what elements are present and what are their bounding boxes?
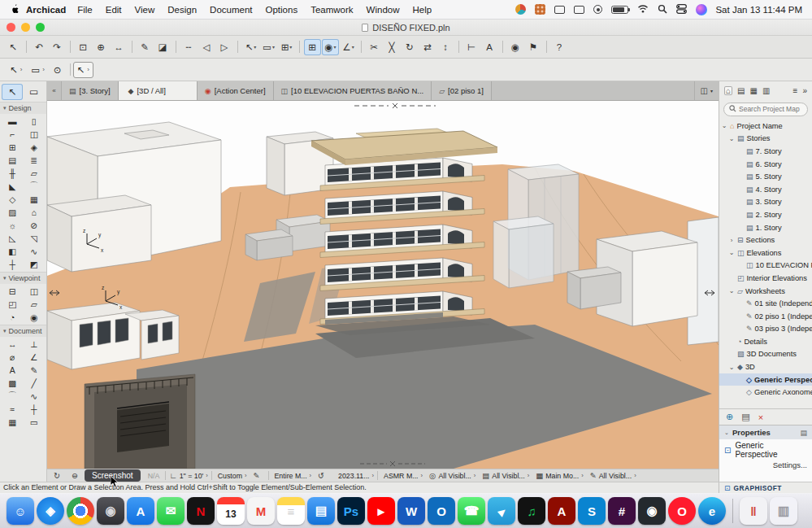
elevate-button[interactable]: ↕	[437, 39, 454, 55]
worksheets[interactable]: ⌄ ▱ Worksheets	[719, 285, 812, 298]
markup-flag-button[interactable]: ⚑	[525, 39, 542, 55]
radial-dimension-tool[interactable]: ⌀	[2, 351, 23, 364]
undo-button[interactable]: ↶	[31, 39, 48, 55]
pointer-preset-button[interactable]: ↖›	[73, 62, 93, 78]
refresh-view[interactable]: ↻	[50, 471, 68, 480]
screenshot[interactable]: ◉	[97, 497, 124, 525]
dashed-line-button[interactable]: ╌	[180, 39, 198, 55]
tab-action-center[interactable]: ◉ [Action Center]	[198, 81, 274, 100]
marquee-mode-button[interactable]: ▭›	[28, 62, 48, 78]
arrow-tool[interactable]: ↖	[2, 84, 23, 100]
sections[interactable]: › ⊟ Sections	[719, 233, 812, 247]
morph-tool[interactable]: ◇	[2, 193, 23, 206]
pen-indicator[interactable]: ✎	[250, 471, 268, 480]
tab-3-story[interactable]: ▤ [3. Story]	[62, 81, 119, 100]
slack[interactable]: #	[608, 497, 636, 525]
text-tool[interactable]: A	[2, 364, 23, 377]
renovation-date[interactable]: 2023.11...›	[332, 472, 377, 480]
line-tool[interactable]: ╱	[24, 377, 45, 390]
story-4[interactable]: ▤ 4. Story	[719, 183, 812, 196]
navigator-menu-icon[interactable]: ≡	[793, 86, 798, 95]
menu-item[interactable]: Help	[406, 5, 438, 15]
mirror-button[interactable]: ⇄	[419, 39, 436, 55]
tree-expand-arrow[interactable]: ⌄	[728, 249, 735, 256]
add-viewpoint-button[interactable]: ⊕	[726, 412, 733, 422]
story-7[interactable]: ▤ 7. Story	[719, 145, 812, 158]
screen-mirroring-icon[interactable]	[574, 6, 584, 14]
mesh-tool[interactable]: ▦	[24, 193, 45, 206]
prev-marker-button[interactable]: ◁	[198, 39, 215, 55]
messages[interactable]: ✉	[157, 497, 185, 525]
detail-tool[interactable]: ◔	[2, 311, 23, 324]
dimension-tool[interactable]: ↔	[2, 338, 23, 351]
model-filter[interactable]: Entire M...›	[269, 472, 315, 480]
camera-tool[interactable]: ◉	[24, 311, 45, 324]
profile-selector[interactable]: ASMR M...›	[378, 472, 426, 480]
level-dimension-tool[interactable]: ⊥	[24, 338, 45, 351]
ws-03-piso-3[interactable]: ✎ 03 piso 3 (Independent)	[719, 323, 812, 336]
fill-tool[interactable]: ▩	[2, 377, 23, 390]
zoom-fit-button[interactable]: ⊡	[75, 39, 92, 55]
magnet-snap-toggle[interactable]: ◉▾	[322, 39, 339, 55]
zoom-out[interactable]: ⊖	[68, 471, 86, 480]
navigator-expand-icon[interactable]: »	[802, 86, 807, 95]
acrobat[interactable]: A	[548, 497, 575, 525]
stair-tool[interactable]: ≣	[24, 154, 45, 167]
hotspot-tool[interactable]: ┼	[24, 403, 45, 416]
marquee-mode-dropdown[interactable]: ▭▾	[260, 39, 277, 55]
properties-view-row[interactable]: ⊡ Generic Perspective	[724, 443, 807, 457]
menubar-clock[interactable]: Sat Jan 13 11:44 PM	[715, 5, 802, 15]
menu-item[interactable]: Design	[161, 5, 203, 15]
delete-viewpoint-button[interactable]: ×	[758, 412, 763, 422]
redo-button[interactable]: ↷	[49, 39, 66, 55]
parallels[interactable]: ‖	[740, 497, 767, 525]
grid-snap-toggle[interactable]: ⊞	[304, 39, 321, 55]
story-2[interactable]: ▤ 2. Story	[719, 208, 812, 221]
app-menu-title[interactable]: Archicad	[26, 5, 66, 15]
grid-element-tool[interactable]: ┼	[2, 258, 23, 271]
tree-expand-arrow[interactable]: ⌄	[721, 122, 727, 129]
interior-elevation-tool[interactable]: ◰	[2, 298, 23, 311]
whatsapp[interactable]: ☎	[458, 497, 485, 525]
edge[interactable]: e	[698, 497, 726, 525]
wall-tool[interactable]: ▬	[2, 115, 23, 128]
word[interactable]: W	[397, 497, 425, 525]
text-button[interactable]: A	[481, 39, 498, 55]
rotate-button[interactable]: ↻	[402, 39, 419, 55]
apple-menu-icon[interactable]	[10, 3, 20, 16]
tree-expand-arrow[interactable]: ›	[728, 237, 735, 244]
finder[interactable]: ☺	[7, 497, 34, 525]
shell-tool[interactable]: ⌒	[24, 180, 45, 193]
camera-button[interactable]: ◉	[507, 39, 524, 55]
calendar[interactable]: 13	[217, 497, 245, 525]
lamp-tool[interactable]: ☼	[2, 219, 23, 232]
details[interactable]: ◔ Details	[719, 335, 812, 348]
view-switch-dropdown[interactable]: ◫▾	[694, 81, 719, 100]
polyline-tool[interactable]: ∿	[24, 390, 45, 403]
panel-tool[interactable]: ◧	[2, 245, 23, 258]
story-5[interactable]: ▤ 5. Story	[719, 170, 812, 183]
tab-list-button[interactable]: «	[47, 81, 62, 100]
layer-combination[interactable]: ▤All Visibl...›	[479, 471, 532, 480]
arc-tool[interactable]: ⌒	[2, 390, 23, 403]
wifi-icon[interactable]	[637, 4, 649, 15]
menu-item[interactable]: Options	[259, 5, 305, 15]
settings-link[interactable]: Settings...	[773, 460, 807, 469]
truss-tool[interactable]: ◹	[24, 232, 45, 245]
next-marker-button[interactable]: ▷	[216, 39, 233, 55]
drawing-tool[interactable]: ▭	[24, 416, 45, 429]
tree-expand-arrow[interactable]: ⌄	[728, 135, 735, 142]
door-tool[interactable]: ◫	[24, 128, 45, 141]
menu-item[interactable]: Teamwork	[304, 5, 359, 15]
section-tool[interactable]: ⊟	[2, 285, 23, 298]
object-tool[interactable]: ⌂	[24, 206, 45, 219]
menu-item[interactable]: File	[71, 5, 99, 15]
generic-axonometry[interactable]: ◇ Generic Axonometry	[719, 386, 812, 399]
elevation-tool[interactable]: ◫	[24, 285, 45, 298]
help-button[interactable]: ?	[551, 39, 568, 55]
tab-elevacion-puertas[interactable]: ◫ [10 ELEVACION PUERTAS BAÑO N...	[274, 81, 432, 100]
slab-tool[interactable]: ▱	[24, 167, 45, 180]
settings-map-button[interactable]: ▤	[741, 412, 749, 422]
zone-tool[interactable]: ▨	[2, 206, 23, 219]
spotlight-search-icon[interactable]	[658, 4, 667, 15]
